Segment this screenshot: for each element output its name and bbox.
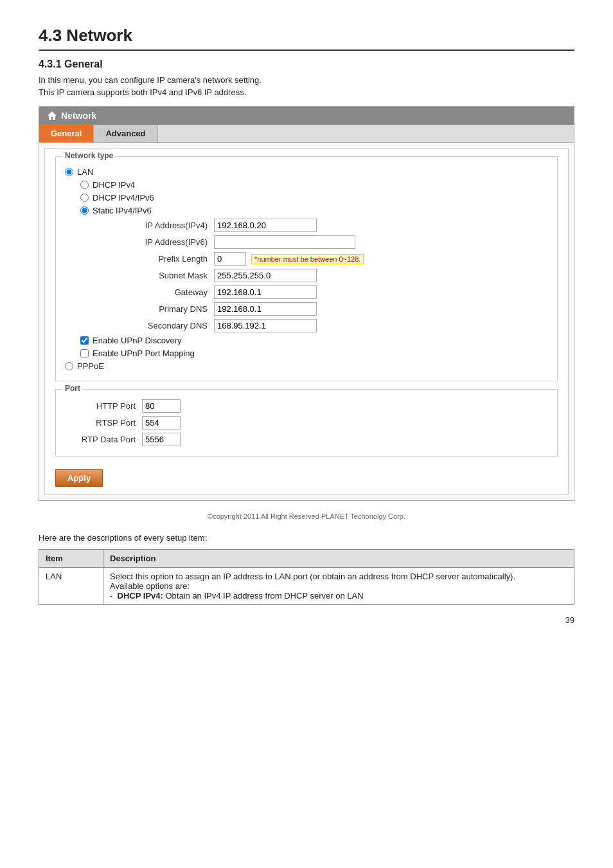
label-primary-dns: Primary DNS (111, 304, 214, 314)
radio-pppoe[interactable]: PPPoE (65, 361, 548, 371)
input-http-port[interactable] (142, 399, 181, 413)
input-gateway[interactable] (214, 285, 317, 299)
description-2: This IP camera supports both IPv4 and IP… (39, 87, 574, 97)
checkbox-upnp-discovery[interactable]: Enable UPnP Discovery (80, 336, 548, 345)
svg-marker-0 (48, 111, 57, 120)
radio-dhcp-ipv4ipv6-label: DHCP IPv4/IPv6 (93, 193, 154, 203)
tabs-row: General Advanced (39, 125, 574, 143)
input-subnet[interactable] (214, 269, 317, 282)
table-cell-item: LAN (39, 568, 103, 605)
label-rtsp-port: RTSP Port (65, 418, 142, 428)
checkbox-upnp-port[interactable]: Enable UPnP Port Mapping (80, 348, 548, 358)
label-gateway: Gateway (111, 287, 214, 297)
field-row-prefix: Prefix Length *number must be between 0~… (111, 252, 548, 266)
radio-dhcp-ipv4-input[interactable] (80, 181, 89, 189)
subsection-title: 4.3.1 General (39, 59, 574, 70)
port-group: Port HTTP Port RTSP Port RTP Data Port (55, 389, 558, 457)
input-rtp-port[interactable] (142, 433, 181, 446)
radio-lan-label: LAN (77, 167, 93, 177)
field-row-http: HTTP Port (65, 399, 548, 413)
radio-dhcp-ipv4ipv6[interactable]: DHCP IPv4/IPv6 (80, 193, 548, 203)
checkbox-upnp-port-label: Enable UPnP Port Mapping (93, 348, 195, 358)
label-ipv4: IP Address(IPv4) (111, 221, 214, 230)
input-rtsp-port[interactable] (142, 416, 181, 429)
table-row: LAN Select this option to assign an IP a… (39, 568, 574, 605)
label-rtp-port: RTP Data Port (65, 435, 142, 444)
apply-button[interactable]: Apply (55, 469, 103, 487)
descriptions-table: Item Description LAN Select this option … (39, 549, 574, 605)
radio-pppoe-label: PPPoE (77, 361, 104, 371)
field-row-primary-dns: Primary DNS (111, 302, 548, 316)
radio-pppoe-input[interactable] (65, 362, 73, 370)
static-fields-group: IP Address(IPv4) IP Address(IPv6) Prefix… (111, 219, 548, 332)
copyright: ©copyright 2011 All Right Reserved PLANE… (39, 512, 574, 520)
radio-lan[interactable]: LAN (65, 167, 548, 177)
radio-static-label: Static IPv4/IPv6 (93, 206, 152, 215)
input-prefix[interactable] (214, 252, 246, 266)
home-icon (47, 111, 57, 121)
panel-title: Network (61, 111, 96, 121)
radio-dhcp-ipv4-label: DHCP IPv4 (93, 180, 135, 190)
radio-group-lan: LAN DHCP IPv4 DHCP IPv4/IPv6 Static IPv4… (65, 167, 548, 371)
network-panel: Network General Advanced Network type LA… (39, 106, 574, 501)
sub-radio-group: DHCP IPv4 DHCP IPv4/IPv6 Static IPv4/IPv… (80, 180, 548, 332)
field-row-ipv4: IP Address(IPv4) (111, 219, 548, 232)
radio-dhcp-ipv4ipv6-input[interactable] (80, 194, 89, 202)
tab-advanced[interactable]: Advanced (94, 125, 157, 142)
prefix-hint: *number must be between 0~128. (251, 254, 364, 264)
network-type-title: Network type (62, 151, 116, 160)
table-header-item: Item (39, 550, 103, 568)
label-prefix: Prefix Length (111, 254, 214, 264)
field-row-gateway: Gateway (111, 285, 548, 299)
label-http-port: HTTP Port (65, 401, 142, 411)
field-row-secondary-dns: Secondary DNS (111, 319, 548, 332)
checkbox-upnp-discovery-label: Enable UPnP Discovery (93, 336, 182, 345)
network-type-group: Network type LAN DHCP IPv4 DHCP IPv4/IPv… (55, 156, 558, 381)
field-row-rtsp: RTSP Port (65, 416, 548, 429)
label-secondary-dns: Secondary DNS (111, 321, 214, 330)
desc-text-2: Available options are: (110, 581, 190, 591)
tab-general[interactable]: General (39, 125, 94, 142)
radio-static-input[interactable] (80, 206, 89, 215)
input-ipv6[interactable] (214, 235, 355, 249)
label-subnet: Subnet Mask (111, 271, 214, 280)
panel-body: Network type LAN DHCP IPv4 DHCP IPv4/IPv… (44, 148, 569, 495)
descriptions-intro: Here are the descriptions of every setup… (39, 533, 574, 543)
field-row-rtp: RTP Data Port (65, 433, 548, 446)
table-cell-desc: Select this option to assign an IP addre… (103, 568, 574, 605)
input-primary-dns[interactable] (214, 302, 317, 316)
desc-text-1: Select this option to assign an IP addre… (110, 572, 515, 581)
radio-static[interactable]: Static IPv4/IPv6 (80, 206, 548, 215)
label-ipv6: IP Address(IPv6) (111, 237, 214, 247)
input-ipv4[interactable] (214, 219, 317, 232)
port-group-title: Port (62, 384, 83, 393)
description-1: In this menu, you can configure IP camer… (39, 75, 574, 85)
radio-lan-input[interactable] (65, 168, 73, 176)
checkbox-upnp-discovery-input[interactable] (80, 336, 89, 345)
input-secondary-dns[interactable] (214, 319, 317, 332)
radio-dhcp-ipv4[interactable]: DHCP IPv4 (80, 180, 548, 190)
network-panel-header: Network (39, 107, 574, 125)
checkbox-upnp-port-input[interactable] (80, 349, 89, 357)
table-header-desc: Description (103, 550, 574, 568)
field-row-subnet: Subnet Mask (111, 269, 548, 282)
section-title: 4.3 Network (39, 26, 574, 51)
desc-text-3: - DHCP IPv4: Obtain an IPv4 IP address f… (110, 591, 364, 601)
page-number: 39 (39, 615, 574, 625)
field-row-ipv6: IP Address(IPv6) (111, 235, 548, 249)
